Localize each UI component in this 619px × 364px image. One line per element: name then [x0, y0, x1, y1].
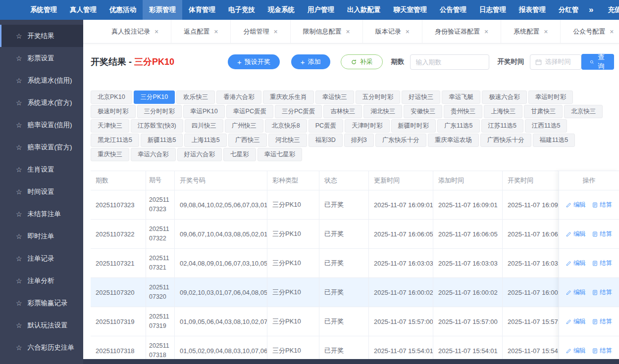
topnav-item[interactable]: 公告管理 — [433, 0, 473, 20]
draw-time-picker[interactable]: 选择时间 — [530, 54, 581, 70]
edit-button[interactable]: 编辑 — [566, 259, 586, 268]
close-icon[interactable]: × — [484, 28, 488, 36]
lottery-type-tab[interactable]: 安徽快三 — [404, 105, 442, 118]
sidebar-item[interactable]: ☆ 默认玩法设置 — [0, 314, 83, 336]
lottery-type-tab[interactable]: 广西快三 — [228, 134, 267, 147]
lottery-type-tab[interactable]: 幸运飞艇 — [442, 91, 480, 104]
sidebar-item[interactable]: ☆ 生肖设置 — [0, 158, 83, 181]
close-icon[interactable]: × — [406, 28, 410, 36]
horizontal-scrollbar[interactable] — [83, 359, 619, 364]
settle-button[interactable]: 结算 — [592, 201, 612, 209]
preset-draw-button[interactable]: + 预设开奖 — [228, 54, 280, 69]
settle-button[interactable]: 结算 — [592, 259, 612, 268]
settle-button[interactable]: 结算 — [592, 288, 612, 297]
lottery-type-tab[interactable]: 三分时时彩 — [137, 105, 182, 118]
topnav-item[interactable]: 系统管理 — [24, 0, 63, 20]
lottery-type-tab[interactable]: 新疆11选5 — [141, 134, 183, 147]
sidebar-item[interactable]: ☆ 彩票设置 — [0, 47, 83, 69]
lottery-type-tab[interactable]: 极速六合彩 — [482, 91, 527, 104]
lottery-type-tab[interactable]: 好运快三 — [402, 91, 440, 104]
lottery-type-tab[interactable]: 黑龙江11选5 — [91, 134, 139, 147]
lottery-type-tab[interactable]: 吉林快三 — [323, 105, 362, 118]
edit-button[interactable]: 编辑 — [566, 201, 586, 209]
lottery-type-tab[interactable]: 广东快乐十分 — [375, 134, 426, 147]
lottery-type-tab[interactable]: 幸运时时彩 — [528, 91, 573, 104]
topnav-right-item[interactable]: 充值 — [597, 0, 619, 20]
sidebar-item[interactable]: ☆ 注单记录 — [0, 247, 83, 270]
topnav-item[interactable]: 出入款配置 — [341, 0, 387, 20]
lottery-type-tab[interactable]: 天津时时彩 — [345, 119, 390, 133]
close-icon[interactable]: × — [273, 28, 277, 36]
settle-button[interactable]: 结算 — [592, 318, 612, 326]
sidebar-item[interactable]: ☆ 未结算注单 — [0, 203, 83, 225]
lottery-type-tab[interactable]: 广东11选5 — [437, 119, 479, 133]
topnav-item[interactable]: 用户管理 — [301, 0, 341, 20]
lottery-type-tab[interactable]: 好运六合彩 — [177, 148, 222, 161]
sidebar-item[interactable]: ☆ 系统退水(信用) — [0, 69, 83, 91]
add-button[interactable]: + 添加 — [291, 54, 330, 69]
open-tab[interactable]: 分组管理 × — [231, 20, 290, 43]
lottery-type-tab[interactable]: 七星彩 — [223, 148, 256, 161]
sidebar-item[interactable]: ☆ 即时注单 — [0, 225, 83, 247]
lottery-type-tab[interactable]: 三分PK10 — [134, 91, 175, 104]
lottery-type-tab[interactable]: 湖北快三 — [363, 105, 402, 118]
lottery-type-tab[interactable]: 极速时时彩 — [91, 105, 136, 118]
open-tab[interactable]: 返点配置 × — [171, 20, 231, 43]
topnav-item[interactable]: 优惠活动 — [103, 0, 143, 20]
search-button[interactable]: 查询 — [581, 54, 615, 70]
close-icon[interactable]: × — [346, 28, 350, 36]
open-tab[interactable]: 限制信息配置 × — [291, 20, 363, 43]
open-tab[interactable]: 版本记录 × — [363, 20, 422, 43]
sidebar-item[interactable]: ☆ 开奖结果 — [0, 25, 83, 47]
topnav-item[interactable]: 体育管理 — [182, 0, 222, 20]
lottery-type-tab[interactable]: 广州快三 — [225, 119, 263, 133]
topnav-item[interactable]: 分红管理 — [552, 0, 585, 20]
topnav-item[interactable]: 现金系统 — [261, 0, 301, 20]
lottery-type-tab[interactable]: 天津快三 — [91, 119, 129, 133]
lottery-type-tab[interactable]: 三分PC蛋蛋 — [275, 105, 322, 118]
refetch-button[interactable]: 补采 — [341, 54, 383, 69]
lottery-type-tab[interactable]: 幸运快三 — [315, 91, 354, 104]
settle-button[interactable]: 结算 — [592, 347, 612, 355]
lottery-type-tab[interactable]: 河北快三 — [268, 134, 307, 147]
sidebar-item[interactable]: ☆ 六合彩历史注单 — [0, 336, 83, 359]
lottery-type-tab[interactable]: 重庆欢乐生肖 — [263, 91, 314, 104]
lottery-type-tab[interactable]: 重庆快三 — [91, 148, 129, 161]
lottery-type-tab[interactable]: 上海快三 — [484, 105, 522, 118]
topnav-item[interactable]: 电子竞技 — [222, 0, 261, 20]
issue-input[interactable] — [410, 54, 489, 70]
open-tab[interactable]: 系统配置 × — [501, 20, 561, 43]
lottery-type-tab[interactable]: 香港六合彩 — [216, 91, 261, 104]
topnav-item[interactable]: 真人管理 — [63, 0, 103, 20]
lottery-type-tab[interactable]: 贵州快三 — [444, 105, 482, 118]
open-tab[interactable]: 真人投注记录 × — [99, 20, 171, 43]
lottery-type-tab[interactable]: 上海11选5 — [184, 134, 226, 147]
lottery-type-tab[interactable]: 北京快乐8 — [265, 119, 307, 133]
open-tab[interactable]: 公众号配置 × — [561, 20, 619, 43]
lottery-type-tab[interactable]: 广西快乐十分 — [480, 134, 531, 147]
lottery-type-tab[interactable]: 北京快三 — [564, 105, 603, 118]
lottery-type-tab[interactable]: 江西11选5 — [525, 119, 567, 133]
lottery-type-tab[interactable]: 幸运七星彩 — [258, 148, 303, 161]
topnav-item[interactable]: 报表管理 — [513, 0, 552, 20]
lottery-type-tab[interactable]: 幸运PK10 — [183, 105, 225, 118]
sidebar-item[interactable]: ☆ 赔率设置(官方) — [0, 136, 83, 158]
settle-button[interactable]: 结算 — [592, 230, 612, 238]
lottery-type-tab[interactable]: 江苏11选5 — [481, 119, 523, 133]
topnav-item[interactable]: 彩票管理 — [143, 0, 182, 20]
edit-button[interactable]: 编辑 — [566, 347, 586, 355]
topnav-item[interactable]: 聊天室管理 — [387, 0, 434, 20]
lottery-type-tab[interactable]: 幸运PC蛋蛋 — [226, 105, 273, 118]
edit-button[interactable]: 编辑 — [566, 318, 586, 326]
lottery-type-tab[interactable]: 新疆时时彩 — [391, 119, 436, 133]
lottery-type-tab[interactable]: 北京PK10 — [91, 91, 132, 104]
close-icon[interactable]: × — [155, 28, 158, 36]
close-icon[interactable]: × — [610, 28, 614, 36]
lottery-type-tab[interactable]: 五分时时彩 — [356, 91, 401, 104]
lottery-type-tab[interactable]: 甘肃快三 — [524, 105, 563, 118]
close-icon[interactable]: × — [544, 28, 548, 36]
lottery-type-tab[interactable]: 幸运六合彩 — [131, 148, 176, 161]
sidebar-item[interactable]: ☆ 彩票输赢记录 — [0, 292, 83, 314]
topnav-item[interactable]: 日志管理 — [473, 0, 513, 20]
open-tab[interactable]: 身份验证器配置 × — [422, 20, 501, 43]
